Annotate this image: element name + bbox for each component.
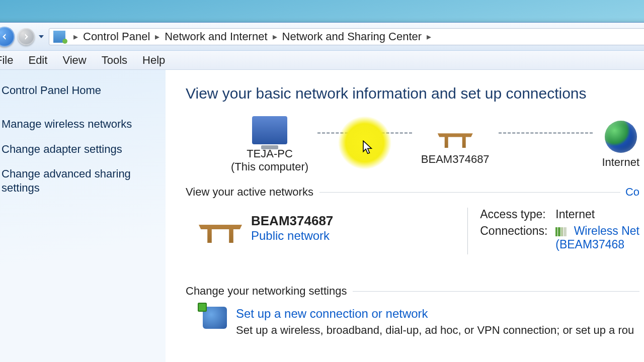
- chevron-right-icon: ▸: [73, 31, 78, 42]
- menu-bar: File Edit View Tools Help: [0, 51, 644, 70]
- setup-connection-title[interactable]: Set up a new connection or network: [236, 307, 634, 321]
- node-internet-label: Internet: [602, 156, 639, 168]
- node-this-pc[interactable]: TEJA-PC (This computer): [231, 116, 308, 173]
- section-rule: [353, 291, 639, 292]
- chevron-right-icon: ▸: [273, 31, 277, 42]
- connect-disconnect-link[interactable]: Co: [625, 186, 639, 199]
- active-network-row: BEAM374687 Public network Access type: I…: [186, 208, 639, 254]
- access-type-label: Access type:: [480, 208, 555, 221]
- menu-file[interactable]: File: [0, 54, 13, 67]
- network-type-link[interactable]: Public network: [251, 229, 333, 243]
- sidebar-manage-wireless[interactable]: Manage wireless networks: [2, 117, 154, 131]
- connection-link-line1: Wireless Net: [574, 224, 639, 237]
- menu-edit[interactable]: Edit: [28, 54, 47, 67]
- network-map: TEJA-PC (This computer) BEAM374687 Inter…: [231, 116, 639, 173]
- control-panel-window: ▸ Control Panel ▸ Network and Internet ▸…: [0, 22, 644, 362]
- menu-tools[interactable]: Tools: [102, 54, 127, 67]
- menu-view[interactable]: View: [62, 54, 86, 67]
- computer-icon: [252, 116, 287, 144]
- connection-line: [499, 132, 593, 134]
- page-title: View your basic network information and …: [186, 85, 639, 102]
- node-router-label: BEAM374687: [421, 153, 490, 165]
- chevron-right-icon: ▸: [155, 31, 159, 42]
- setup-connection-desc: Set up a wireless, broadband, dial-up, a…: [236, 324, 634, 337]
- breadcrumb-sharing-center[interactable]: Network and Sharing Center: [282, 30, 422, 43]
- active-networks-text: View your active networks: [186, 186, 313, 199]
- active-network: BEAM374687 Public network: [186, 208, 455, 248]
- network-properties: Access type: Internet Connections: Wirel…: [480, 208, 639, 254]
- connection-link[interactable]: Wireless Net (BEAM37468: [555, 224, 639, 251]
- network-center-icon: [53, 31, 65, 43]
- forward-arrow-icon: [22, 32, 31, 41]
- breadcrumb[interactable]: ▸ Control Panel ▸ Network and Internet ▸…: [49, 28, 644, 45]
- forward-button[interactable]: [18, 28, 35, 45]
- node-internet[interactable]: Internet: [602, 121, 639, 169]
- back-arrow-icon: [0, 32, 9, 41]
- content-pane: View your basic network information and …: [166, 70, 644, 362]
- chevron-right-icon: ▸: [427, 31, 431, 42]
- back-button[interactable]: [0, 27, 15, 47]
- setup-connection-icon: [203, 307, 227, 329]
- node-router[interactable]: BEAM374687: [421, 124, 490, 166]
- active-network-name: BEAM374687: [251, 213, 333, 229]
- wifi-signal-icon: [555, 227, 567, 236]
- connections-label: Connections:: [480, 224, 555, 251]
- breadcrumb-control-panel[interactable]: Control Panel: [83, 30, 150, 43]
- control-panel-home-link[interactable]: Control Panel Home: [2, 84, 154, 97]
- vertical-divider: [467, 208, 468, 254]
- globe-icon: [605, 121, 637, 153]
- menu-help[interactable]: Help: [142, 54, 165, 67]
- section-rule: [319, 192, 620, 193]
- breadcrumb-network-internet[interactable]: Network and Internet: [165, 30, 267, 43]
- address-bar: ▸ Control Panel ▸ Network and Internet ▸…: [0, 23, 644, 51]
- connection-link-line2: (BEAM37468: [555, 238, 624, 251]
- setup-connection-option[interactable]: Set up a new connection or network Set u…: [203, 307, 639, 337]
- access-type-value: Internet: [555, 208, 595, 221]
- sidebar-change-advanced[interactable]: Change advanced sharing settings: [2, 167, 154, 195]
- change-settings-text: Change your networking settings: [186, 285, 347, 298]
- connection-line: [317, 132, 412, 134]
- bench-network-icon: [199, 213, 242, 243]
- active-networks-label: View your active networks Co: [186, 186, 639, 199]
- bench-network-icon: [438, 124, 473, 148]
- history-dropdown[interactable]: [39, 35, 44, 38]
- sidebar: Control Panel Home Manage wireless netwo…: [0, 70, 166, 362]
- sidebar-change-adapter[interactable]: Change adapter settings: [2, 142, 154, 156]
- change-settings-label: Change your networking settings: [186, 285, 639, 298]
- node-pc-sublabel: (This computer): [231, 160, 308, 173]
